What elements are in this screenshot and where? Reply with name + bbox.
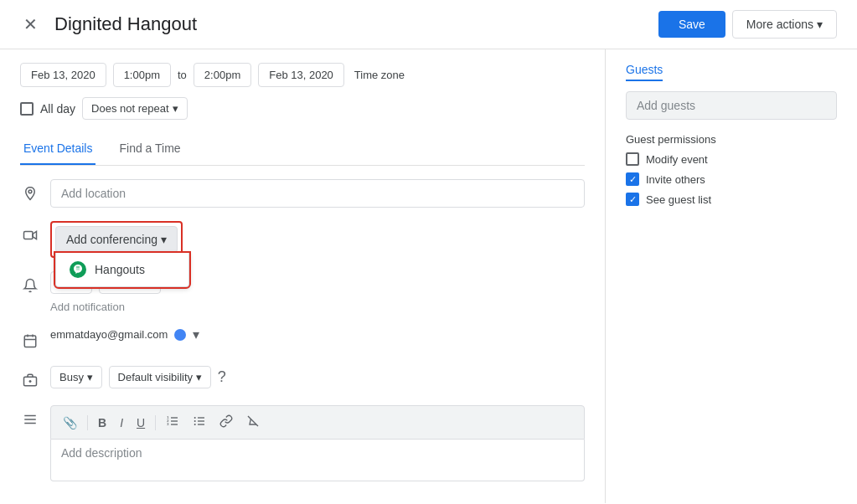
permission-row-modify: Modify event bbox=[626, 152, 837, 166]
status-row: Busy ▾ Default visibility ▾ ? bbox=[20, 366, 585, 392]
tab-event-details[interactable]: Event Details bbox=[20, 133, 96, 165]
busy-select[interactable]: Busy ▾ bbox=[50, 366, 102, 388]
guests-title: Guests bbox=[626, 63, 663, 81]
more-actions-button[interactable]: More actions ▾ bbox=[732, 10, 837, 39]
header: ✕ Dignited Hangout Save More actions ▾ bbox=[0, 0, 857, 49]
check-icon: ✓ bbox=[629, 174, 637, 185]
svg-point-24 bbox=[194, 424, 196, 425]
timezone-link[interactable]: Time zone bbox=[354, 69, 405, 81]
hangouts-option[interactable]: Hangouts bbox=[56, 253, 188, 286]
description-row: 📎 B I U 1 2 3 bbox=[20, 405, 585, 481]
chevron-down-icon: ▾ bbox=[173, 102, 178, 115]
toolbar-divider-1 bbox=[87, 415, 88, 430]
chevron-down-icon: ▾ bbox=[161, 233, 167, 246]
conferencing-row: Add conferencing ▾ Hangouts bbox=[20, 221, 585, 258]
help-icon[interactable]: ? bbox=[218, 368, 226, 386]
underline-button[interactable]: U bbox=[132, 413, 150, 433]
add-notification-link[interactable]: Add notification bbox=[50, 301, 585, 313]
menu-lines-icon bbox=[20, 412, 40, 431]
svg-point-23 bbox=[194, 420, 196, 422]
link-button[interactable] bbox=[214, 411, 238, 434]
remove-format-button[interactable] bbox=[241, 411, 265, 434]
left-panel: Feb 13, 2020 1:00pm to 2:00pm Feb 13, 20… bbox=[0, 49, 606, 503]
calendar-email: emmatdayo@gmail.com bbox=[50, 328, 168, 341]
allday-checkbox[interactable] bbox=[20, 102, 34, 116]
bold-button[interactable]: B bbox=[93, 413, 111, 433]
ordered-list-button[interactable]: 1 2 3 bbox=[161, 411, 184, 434]
invite-others-label: Invite others bbox=[646, 173, 705, 186]
calendar-dropdown-button[interactable]: ▾ bbox=[193, 327, 199, 342]
repeat-dropdown[interactable]: Does not repeat ▾ bbox=[82, 97, 188, 120]
location-input[interactable] bbox=[50, 179, 585, 208]
tabs: Event Details Find a Time bbox=[20, 133, 585, 166]
main-content: Feb 13, 2020 1:00pm to 2:00pm Feb 13, 20… bbox=[0, 49, 857, 503]
start-time-chip[interactable]: 1:00pm bbox=[113, 63, 171, 87]
svg-point-22 bbox=[194, 417, 196, 419]
chevron-down-icon: ▾ bbox=[817, 18, 823, 31]
status-content: Busy ▾ Default visibility ▾ ? bbox=[50, 366, 585, 388]
tab-find-a-time[interactable]: Find a Time bbox=[116, 133, 183, 165]
svg-rect-3 bbox=[24, 336, 36, 347]
italic-button[interactable]: I bbox=[115, 413, 128, 433]
location-pin-icon bbox=[20, 186, 40, 205]
unordered-list-button[interactable] bbox=[188, 411, 211, 434]
allday-label: All day bbox=[40, 102, 75, 116]
see-guest-list-label: See guest list bbox=[646, 193, 711, 206]
header-actions: Save More actions ▾ bbox=[658, 10, 837, 39]
bell-icon bbox=[20, 278, 40, 297]
allday-row: All day Does not repeat ▾ bbox=[20, 97, 585, 120]
calendar-content: emmatdayo@gmail.com ▾ bbox=[50, 327, 585, 342]
attachment-button[interactable]: 📎 bbox=[58, 413, 82, 433]
chevron-down-icon: ▾ bbox=[196, 371, 202, 383]
location-row bbox=[20, 179, 585, 208]
modify-event-label: Modify event bbox=[646, 153, 708, 166]
svg-text:3: 3 bbox=[167, 422, 169, 426]
add-guests-input[interactable] bbox=[626, 91, 837, 120]
end-date-chip[interactable]: Feb 13, 2020 bbox=[258, 63, 344, 87]
check-icon: ✓ bbox=[629, 194, 637, 205]
description-content: 📎 B I U 1 2 3 bbox=[50, 405, 585, 481]
calendar-row: emmatdayo@gmail.com ▾ bbox=[20, 327, 585, 352]
toolbar-divider-2 bbox=[155, 415, 156, 430]
right-panel: Guests Guest permissions Modify event ✓ … bbox=[606, 49, 857, 503]
location-content bbox=[50, 179, 585, 208]
video-camera-icon bbox=[20, 228, 40, 247]
close-button[interactable]: ✕ bbox=[20, 11, 41, 38]
calendar-icon bbox=[20, 333, 40, 352]
svg-point-0 bbox=[28, 190, 32, 193]
modify-event-checkbox[interactable] bbox=[626, 152, 639, 166]
datetime-row: Feb 13, 2020 1:00pm to 2:00pm Feb 13, 20… bbox=[20, 63, 585, 87]
save-button[interactable]: Save bbox=[658, 11, 725, 38]
start-date-chip[interactable]: Feb 13, 2020 bbox=[20, 63, 106, 87]
event-title: Dignited Hangout bbox=[54, 13, 658, 35]
chevron-down-icon: ▾ bbox=[87, 371, 93, 383]
add-conferencing-button[interactable]: Add conferencing ▾ bbox=[55, 226, 178, 253]
conferencing-content: Add conferencing ▾ Hangouts bbox=[50, 221, 585, 258]
svg-rect-1 bbox=[24, 232, 34, 239]
guest-permissions-title: Guest permissions bbox=[626, 133, 837, 146]
invite-others-checkbox[interactable]: ✓ bbox=[626, 172, 639, 186]
see-guest-list-checkbox[interactable]: ✓ bbox=[626, 193, 639, 206]
close-icon: ✕ bbox=[23, 15, 38, 33]
permission-row-invite: ✓ Invite others bbox=[626, 172, 837, 186]
briefcase-icon bbox=[20, 373, 40, 392]
calendar-color-dot bbox=[174, 329, 186, 341]
to-label: to bbox=[178, 69, 187, 81]
description-area[interactable]: Add description bbox=[50, 440, 585, 481]
description-toolbar: 📎 B I U 1 2 3 bbox=[50, 405, 585, 440]
permission-row-guest-list: ✓ See guest list bbox=[626, 193, 837, 206]
conferencing-dropdown: Hangouts bbox=[55, 253, 189, 287]
conferencing-highlight: Add conferencing ▾ Hangouts bbox=[50, 221, 183, 258]
end-time-chip[interactable]: 2:00pm bbox=[194, 63, 251, 87]
visibility-select[interactable]: Default visibility ▾ bbox=[109, 366, 211, 388]
conferencing-container: Add conferencing ▾ Hangouts bbox=[55, 226, 178, 253]
